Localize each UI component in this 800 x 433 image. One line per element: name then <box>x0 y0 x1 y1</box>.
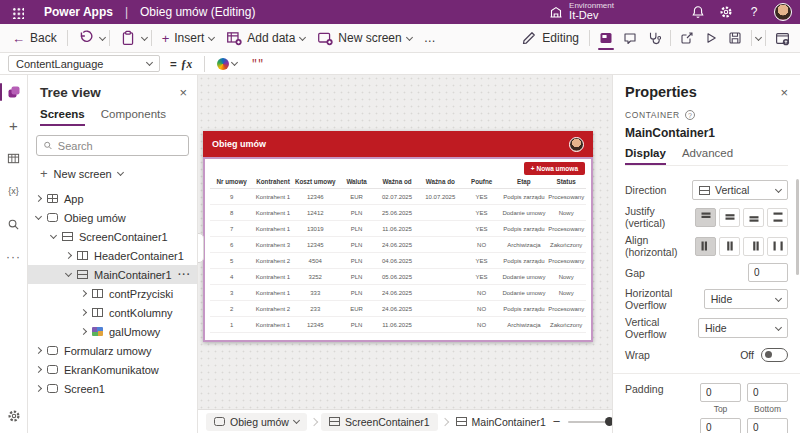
editing-mode-button[interactable]: Editing <box>515 27 585 49</box>
tree-chevron-icon[interactable] <box>80 309 87 316</box>
new-screen-tree-button[interactable]: + New screen <box>28 158 197 187</box>
preview-app-button[interactable] <box>699 25 723 51</box>
tree-chevron-icon[interactable] <box>65 252 72 259</box>
contracts-gallery[interactable]: Nr umowyKontrahentKoszt umowyWalutaWażna… <box>210 175 586 333</box>
add-data-button[interactable]: Add data <box>220 27 311 49</box>
panel-collapse-handle[interactable] <box>198 233 204 263</box>
back-button[interactable]: ← Back <box>6 28 63 49</box>
tree-chevron-icon[interactable] <box>80 290 87 297</box>
tree-chevron-icon[interactable] <box>35 213 42 220</box>
padding-right-input[interactable] <box>747 418 788 433</box>
grid-row[interactable]: 2Kontrahent 2233EUR24.06.2025NOPodpis za… <box>210 301 586 317</box>
formula-input[interactable]: "" <box>251 58 264 70</box>
app-header-container[interactable]: Obieg umów <box>203 131 593 157</box>
tab-advanced[interactable]: Advanced <box>682 147 733 165</box>
new-contract-button[interactable]: + Nowa umowa <box>524 162 585 175</box>
tree-item[interactable]: contPrzyciski <box>28 284 197 303</box>
tree-item[interactable]: ScreenContainer1 <box>28 227 197 246</box>
tab-screens[interactable]: Screens <box>40 108 85 126</box>
share-button[interactable] <box>675 25 699 51</box>
direction-dropdown[interactable]: Vertical <box>692 180 788 200</box>
environment-picker[interactable]: Environment It-Dev <box>549 2 614 22</box>
waffle-menu-button[interactable] <box>0 0 34 24</box>
grid-header-cell[interactable]: Poufne <box>462 178 501 185</box>
gap-input[interactable] <box>748 263 788 282</box>
rail-settings-button[interactable] <box>0 407 28 425</box>
tree-chevron-icon[interactable] <box>35 366 42 373</box>
tree-view-close-button[interactable]: × <box>179 85 187 100</box>
copilot-chevron-icon[interactable] <box>231 59 238 66</box>
publish-button[interactable] <box>770 25 794 51</box>
grid-row[interactable]: 1Kontrahent 112345PLN11.06.2025NOArchiwi… <box>210 317 586 333</box>
canvas-view-button[interactable] <box>594 25 618 51</box>
app-checker-button[interactable] <box>642 25 666 51</box>
vertical-overflow-dropdown[interactable]: Hide <box>698 318 788 338</box>
app-brand-name[interactable]: Power Apps <box>44 5 113 19</box>
justify-center-button[interactable] <box>719 208 740 227</box>
tree-item[interactable]: galUmowy <box>28 322 197 341</box>
justify-start-button[interactable] <box>695 208 716 227</box>
tree-chevron-icon[interactable] <box>35 385 42 392</box>
user-avatar[interactable] <box>774 3 792 21</box>
grid-row[interactable]: 8Kontrahent 112412PLN25.06.2025YESDodani… <box>210 205 586 221</box>
paste-button[interactable] <box>114 27 142 49</box>
settings-button[interactable] <box>712 0 740 24</box>
grid-header-cell[interactable]: Nr umowy <box>210 178 253 185</box>
tree-chevron-icon[interactable] <box>35 347 42 354</box>
copilot-icon[interactable] <box>217 58 229 70</box>
tab-components[interactable]: Components <box>101 108 166 126</box>
undo-chevron-icon[interactable] <box>99 33 106 40</box>
app-user-avatar[interactable] <box>569 137 584 152</box>
app-screen-preview[interactable]: Obieg umów + Nowa umowa Nr umowyKontrahe… <box>203 131 593 342</box>
properties-scrollbar[interactable] <box>796 179 799 275</box>
rail-variables-button[interactable]: {x} <box>0 182 28 200</box>
tree-chevron-icon[interactable] <box>80 328 87 335</box>
justify-end-button[interactable] <box>743 208 764 227</box>
tree-search-input[interactable] <box>58 140 182 152</box>
comments-button[interactable] <box>618 25 642 51</box>
save-button[interactable] <box>723 25 747 51</box>
grid-header-cell[interactable]: Status <box>546 178 585 185</box>
align-end-button[interactable] <box>743 237 764 256</box>
undo-button[interactable] <box>72 27 100 49</box>
tree-chevron-icon[interactable] <box>50 232 57 239</box>
tree-item[interactable]: EkranKomunikatow <box>28 360 197 379</box>
justify-between-button[interactable] <box>767 208 788 227</box>
align-start-button[interactable] <box>695 237 716 256</box>
help-button[interactable]: ? <box>740 0 768 24</box>
rail-insert-button[interactable]: + <box>0 116 28 134</box>
tree-item[interactable]: contKolumny <box>28 303 197 322</box>
new-screen-button[interactable]: New screen <box>311 27 417 49</box>
tree-search-box[interactable] <box>36 135 189 156</box>
align-stretch-button[interactable] <box>767 237 788 256</box>
grid-row[interactable]: 3Kontrahent 1333PLN24.06.2025NODodanie u… <box>210 285 586 301</box>
zoom-slider-knob[interactable] <box>605 417 612 426</box>
tree-item[interactable]: HeaderContainer1 <box>28 246 197 265</box>
rail-tree-view-button[interactable] <box>0 83 28 101</box>
help-icon[interactable]: ? <box>685 110 695 120</box>
zoom-out-button[interactable]: − <box>553 415 561 428</box>
save-chevron-icon[interactable] <box>755 33 762 40</box>
grid-header-cell[interactable]: Ważna do <box>419 178 462 185</box>
grid-row[interactable]: 6Kontrahent 312345PLN24.06.2025NOArchiwi… <box>210 237 586 253</box>
tree-item[interactable]: MainContainer1 ··· <box>28 265 197 284</box>
grid-header-cell[interactable]: Waluta <box>338 178 376 185</box>
insert-button[interactable]: + Insert <box>156 28 221 49</box>
breadcrumb-screen[interactable]: Obieg umów <box>206 413 307 431</box>
property-selector[interactable]: ContentLanguage <box>8 55 160 72</box>
breadcrumb-screen-container[interactable]: ScreenContainer1 <box>321 413 438 431</box>
rail-data-button[interactable] <box>0 149 28 167</box>
rail-search-button[interactable] <box>0 215 28 233</box>
wrap-toggle[interactable] <box>761 348 788 362</box>
grid-row[interactable]: 4Kontrahent 13252PLN05.06.2025YESDodanie… <box>210 269 586 285</box>
padding-top-input[interactable] <box>700 383 741 402</box>
tree-item[interactable]: Screen1 <box>28 379 197 398</box>
canvas[interactable]: Obieg umów + Nowa umowa Nr umowyKontrahe… <box>198 75 612 433</box>
grid-header-cell[interactable]: Kontrahent <box>253 178 292 185</box>
tree-chevron-icon[interactable] <box>35 195 42 202</box>
notifications-button[interactable] <box>684 0 712 24</box>
rail-more-button[interactable]: ··· <box>0 248 28 266</box>
tab-display[interactable]: Display <box>625 147 666 165</box>
tree-chevron-icon[interactable] <box>65 270 72 277</box>
breadcrumb-main-container[interactable]: MainContainer1 <box>452 413 550 431</box>
